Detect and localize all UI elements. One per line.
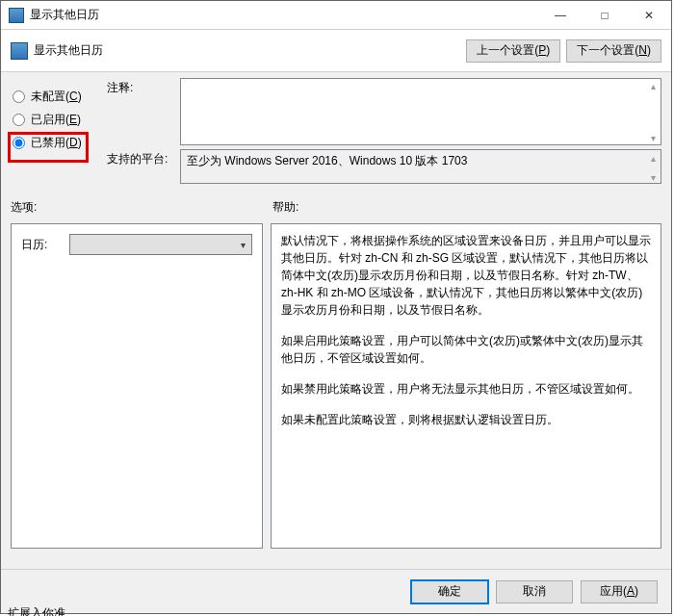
minimize-button[interactable]: —: [538, 1, 583, 30]
calendar-option-row: 日历: ▾: [21, 234, 252, 255]
help-paragraph-3: 如果禁用此策略设置，用户将无法显示其他日历，不管区域设置如何。: [281, 380, 651, 398]
help-label: 帮助:: [272, 199, 661, 216]
minimize-icon: —: [555, 9, 566, 22]
state-radio-group: 未配置(C) 已启用(E) 已禁用(D): [11, 78, 107, 188]
app-icon: [9, 8, 24, 23]
clipped-background-text: 扩展入你准: [8, 607, 65, 616]
radio-disabled-label: 已禁用(D): [31, 135, 82, 151]
maximize-icon: □: [601, 9, 608, 22]
supported-platform-text: 至少为 Windows Server 2016、Windows 10 版本 17…: [180, 149, 661, 184]
radio-disabled-input[interactable]: [13, 137, 25, 149]
calendar-option-label: 日历:: [21, 237, 69, 253]
chevron-down-icon: ▾: [234, 240, 251, 250]
policy-icon: [11, 42, 28, 60]
help-paragraph-1: 默认情况下，将根据操作系统的区域设置来设备日历，并且用户可以显示其他日历。针对 …: [281, 232, 651, 319]
ok-button[interactable]: 确定: [411, 580, 488, 603]
platform-value: 至少为 Windows Server 2016、Windows 10 版本 17…: [187, 154, 467, 167]
radio-not-configured-label: 未配置(C): [31, 89, 82, 105]
scroll-down-icon[interactable]: ▾: [647, 171, 659, 181]
radio-enabled-input[interactable]: [13, 114, 25, 126]
previous-setting-button[interactable]: 上一个设置(P): [466, 39, 560, 63]
platform-row: 支持的平台: 至少为 Windows Server 2016、Windows 1…: [107, 149, 661, 184]
comment-row: 注释: ▴ ▾: [107, 78, 661, 145]
cancel-button[interactable]: 取消: [496, 580, 573, 603]
radio-enabled[interactable]: 已启用(E): [11, 111, 107, 128]
help-paragraph-4: 如果未配置此策略设置，则将根据默认逻辑设置日历。: [281, 411, 651, 428]
comment-label: 注释:: [107, 78, 180, 96]
config-area: 未配置(C) 已启用(E) 已禁用(D) 注释: ▴ ▾ 支持的平台:: [1, 72, 671, 197]
options-label: 选项:: [11, 199, 272, 216]
maximize-button[interactable]: □: [583, 1, 627, 30]
close-icon: ✕: [644, 9, 654, 22]
radio-enabled-label: 已启用(E): [31, 112, 81, 128]
comment-textarea[interactable]: ▴ ▾: [180, 78, 661, 145]
window-title: 显示其他日历: [30, 7, 99, 23]
lower-panes: 日历: ▾ 默认情况下，将根据操作系统的区域设置来设备日历，并且用户可以显示其他…: [1, 223, 671, 569]
scroll-up-icon[interactable]: ▴: [647, 81, 659, 90]
radio-not-configured-input[interactable]: [13, 90, 25, 103]
policy-title: 显示其他日历: [34, 42, 460, 59]
header-bar: 显示其他日历 上一个设置(P) 下一个设置(N): [1, 30, 671, 72]
calendar-combobox[interactable]: ▾: [69, 234, 252, 255]
next-setting-button[interactable]: 下一个设置(N): [566, 39, 661, 63]
section-labels: 选项: 帮助:: [1, 197, 671, 223]
help-pane: 默认情况下，将根据操作系统的区域设置来设备日历，并且用户可以显示其他日历。针对 …: [271, 223, 661, 549]
platform-label: 支持的平台:: [107, 149, 180, 167]
policy-dialog-window: 显示其他日历 — □ ✕ 显示其他日历 上一个设置(P) 下一个设置(N) 未配…: [0, 0, 672, 614]
titlebar: 显示其他日历 — □ ✕: [1, 1, 671, 30]
scroll-up-icon[interactable]: ▴: [647, 152, 659, 162]
help-paragraph-2: 如果启用此策略设置，用户可以简体中文(农历)或繁体中文(农历)显示其他日历，不管…: [281, 332, 651, 367]
apply-button[interactable]: 应用(A): [581, 580, 658, 603]
radio-disabled[interactable]: 已禁用(D): [11, 134, 107, 151]
close-button[interactable]: ✕: [627, 1, 671, 30]
config-fields: 注释: ▴ ▾ 支持的平台: 至少为 Windows Server 2016、W…: [107, 78, 661, 188]
scroll-down-icon[interactable]: ▾: [647, 133, 659, 142]
dialog-footer: 确定 取消 应用(A): [1, 569, 671, 613]
radio-not-configured[interactable]: 未配置(C): [11, 88, 107, 105]
options-pane: 日历: ▾: [11, 223, 263, 549]
